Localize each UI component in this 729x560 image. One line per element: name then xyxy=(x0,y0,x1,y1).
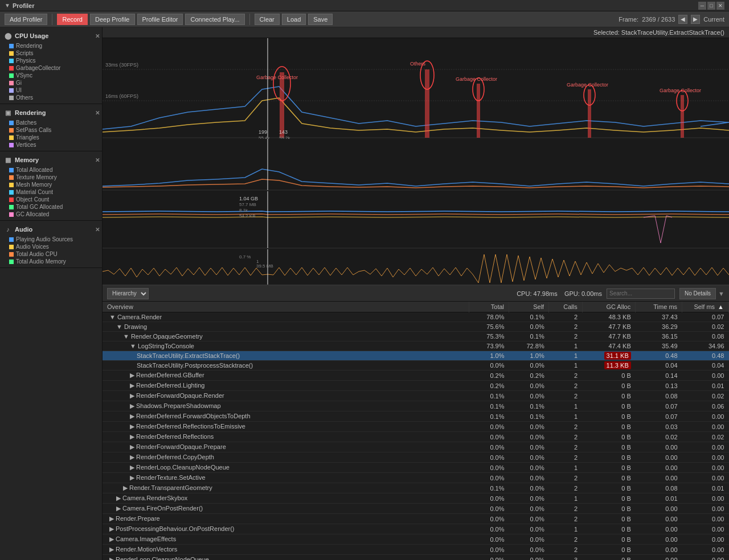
table-row[interactable]: ▶RenderDeferred.ReflectionsToEmissive0.0… xyxy=(103,422,729,432)
table-row[interactable]: ▶Camera.RenderSkybox0.0%0.0%10 B0.010.00 xyxy=(103,493,729,504)
sidebar-item-total-audio-memory[interactable]: Total Audio Memory xyxy=(0,258,102,265)
row-name: ▶RenderDeferred.ReflectionsToEmissive xyxy=(103,422,469,432)
sidebar-item-rendering[interactable]: Rendering xyxy=(0,42,102,50)
sidebar-item-gc-allocated[interactable]: GC Allocated xyxy=(0,211,102,218)
table-row[interactable]: StackTraceUtility.ExtractStackTrace()1.0… xyxy=(103,351,729,361)
minimize-button[interactable]: ─ xyxy=(698,2,706,10)
row-time-ms: 0.00 xyxy=(636,555,682,561)
col-overview[interactable]: Overview xyxy=(103,302,469,312)
table-row[interactable]: ▶PostProcessingBehaviour.OnPostRender()0… xyxy=(103,524,729,534)
clear-button[interactable]: Clear xyxy=(255,14,280,25)
sidebar-item-object-count[interactable]: Object Count xyxy=(0,196,102,203)
sidebar-item-garbage-collector[interactable]: GarbageCollector xyxy=(0,64,102,72)
row-gc-alloc: 0 B xyxy=(582,452,636,463)
table-row[interactable]: ▶RenderDeferred.CopyDepth0.0%0.0%20 B0.0… xyxy=(103,452,729,463)
row-total: 0.0% xyxy=(469,432,509,442)
sidebar-item-total-gc-allocated[interactable]: Total GC Allocated xyxy=(0,203,102,211)
table-row[interactable]: ▶RenderDeferred.Lighting0.2%0.0%20 B0.13… xyxy=(103,381,729,391)
total-audio-cpu-color xyxy=(9,252,14,257)
sidebar-item-texture-memory[interactable]: Texture Memory xyxy=(0,174,102,181)
table-row[interactable]: ▶Render.TransparentGeometry0.1%0.0%20 B0… xyxy=(103,483,729,493)
sidebar-item-vertices[interactable]: Vertices xyxy=(0,141,102,149)
table-row[interactable]: StackTraceUtility.PostprocessStacktrace(… xyxy=(103,361,729,370)
vsync-color xyxy=(9,73,14,78)
batches-label: Batches xyxy=(16,120,36,126)
table-row[interactable]: ▶RenderLoop.CleanupNodeQueue0.0%0.0%10 B… xyxy=(103,463,729,473)
table-row[interactable]: ▼Camera.Render78.0%0.1%248.3 KB37.430.07 xyxy=(103,312,729,322)
table-row[interactable]: ▶Camera.ImageEffects0.0%0.0%20 B0.000.00 xyxy=(103,534,729,545)
memory-close-button[interactable]: ✕ xyxy=(95,157,100,163)
svg-text:Garbage Collector: Garbage Collector xyxy=(256,75,298,80)
col-self[interactable]: Self xyxy=(509,302,549,312)
profile-editor-button[interactable]: Profile Editor xyxy=(137,14,183,25)
row-self-ms: 0.02 xyxy=(682,432,729,442)
no-details-button[interactable]: No Details xyxy=(679,288,716,299)
table-row[interactable]: ▶Camera.FireOnPostRender()0.0%0.0%20 B0.… xyxy=(103,504,729,514)
cpu-close-button[interactable]: ✕ xyxy=(95,33,100,39)
sidebar-item-audio-voices[interactable]: Audio Voices xyxy=(0,243,102,250)
sidebar-item-playing-audio[interactable]: Playing Audio Sources xyxy=(0,236,102,243)
table-row[interactable]: ▶RenderLoop.CleanupNodeQueue0.0%0.0%30 B… xyxy=(103,555,729,561)
table-row[interactable]: ▼LogStringToConsole73.9%72.8%147.4 KB35.… xyxy=(103,341,729,351)
maximize-button[interactable]: □ xyxy=(707,2,715,10)
sidebar-item-total-audio-cpu[interactable]: Total Audio CPU xyxy=(0,250,102,258)
table-row[interactable]: ▶RenderDeferred.Reflections0.0%0.0%20 B0… xyxy=(103,432,729,442)
physics-label: Physics xyxy=(16,57,35,64)
row-self-ms: 0.00 xyxy=(682,514,729,524)
sidebar-item-total-allocated[interactable]: Total Allocated xyxy=(0,166,102,174)
audio-close-button[interactable]: ✕ xyxy=(95,227,100,233)
table-row[interactable]: ▶RenderDeferred.ForwardObjectsToDepth0.1… xyxy=(103,411,729,422)
col-self-ms[interactable]: Self ms ▲ xyxy=(682,302,729,312)
table-row[interactable]: ▶RenderForwardOpaque.Render0.1%0.0%20 B0… xyxy=(103,391,729,401)
save-button[interactable]: Save xyxy=(308,14,333,25)
rendering-close-button[interactable]: ✕ xyxy=(95,110,100,116)
sidebar-item-ui[interactable]: UI xyxy=(0,87,102,94)
row-gc-alloc: 0 B xyxy=(582,483,636,493)
frame-prev-button[interactable]: ◀ xyxy=(678,15,687,24)
table-row[interactable]: ▶RenderTexture.SetActive0.0%0.0%20 B0.00… xyxy=(103,473,729,483)
row-total: 0.0% xyxy=(469,442,509,452)
sidebar-item-mesh-memory[interactable]: Mesh Memory xyxy=(0,181,102,188)
sidebar-item-batches[interactable]: Batches xyxy=(0,119,102,126)
sidebar-item-triangles[interactable]: Triangles xyxy=(0,134,102,141)
no-details-arrow[interactable]: ▼ xyxy=(718,290,724,297)
load-button[interactable]: Load xyxy=(282,14,306,25)
table-row[interactable]: ▼Render.OpaqueGeometry75.3%0.1%247.7 KB3… xyxy=(103,332,729,341)
playing-audio-label: Playing Audio Sources xyxy=(16,236,73,242)
close-button[interactable]: ✕ xyxy=(716,2,724,10)
table-row[interactable]: ▶Shadows.PrepareShadowmap0.1%0.1%10 B0.0… xyxy=(103,401,729,411)
table-container[interactable]: Overview Total Self Calls GC Alloc Time … xyxy=(103,302,729,560)
row-self: 1.0% xyxy=(509,351,549,361)
record-button[interactable]: Record xyxy=(57,14,87,25)
triangles-color xyxy=(9,135,14,140)
col-total[interactable]: Total xyxy=(469,302,509,312)
col-calls[interactable]: Calls xyxy=(549,302,582,312)
deep-profile-button[interactable]: Deep Profile xyxy=(90,14,135,25)
connected-player-button[interactable]: Connected Play... xyxy=(185,14,244,25)
table-row[interactable]: ▶Render.MotionVectors0.0%0.0%20 B0.000.0… xyxy=(103,545,729,555)
col-gc-alloc[interactable]: GC Alloc xyxy=(582,302,636,312)
table-row[interactable]: ▶RenderDeferred.GBuffer0.2%0.2%20 B0.140… xyxy=(103,370,729,381)
sidebar-item-scripts[interactable]: Scripts xyxy=(0,50,102,57)
sidebar-item-physics[interactable]: Physics xyxy=(0,57,102,64)
search-input[interactable] xyxy=(607,289,675,299)
row-gc-alloc: 0 B xyxy=(582,514,636,524)
charts-area[interactable]: 33ms (30FPS) 16ms (60FPS) Garbage Collec… xyxy=(103,38,729,285)
sidebar-item-others[interactable]: Others xyxy=(0,94,102,101)
row-calls: 2 xyxy=(549,391,582,401)
sidebar-item-vsync[interactable]: VSync xyxy=(0,72,102,79)
bottom-toolbar: Hierarchy CPU: 47.98ms GPU: 0.00ms No De… xyxy=(103,286,729,302)
hierarchy-select[interactable]: Hierarchy xyxy=(107,288,149,299)
table-row[interactable]: ▶Render.Prepare0.0%0.0%20 B0.000.00 xyxy=(103,514,729,524)
row-gc-alloc: 47.4 KB xyxy=(582,341,636,351)
sidebar-item-setpass[interactable]: SetPass Calls xyxy=(0,126,102,134)
add-profiler-button[interactable]: Add Profiler xyxy=(5,14,47,25)
frame-next-button[interactable]: ▶ xyxy=(691,15,700,24)
sidebar-item-material-count[interactable]: Material Count xyxy=(0,188,102,196)
table-row[interactable]: ▶RenderForwardOpaque.Prepare0.0%0.0%20 B… xyxy=(103,442,729,452)
sidebar-item-gi[interactable]: Gi xyxy=(0,79,102,87)
row-name: ▶Camera.ImageEffects xyxy=(103,534,469,545)
table-row[interactable]: ▼Drawing75.6%0.0%247.7 KB36.290.02 xyxy=(103,322,729,332)
col-time-ms[interactable]: Time ms xyxy=(636,302,682,312)
row-time-ms: 0.04 xyxy=(636,361,682,370)
